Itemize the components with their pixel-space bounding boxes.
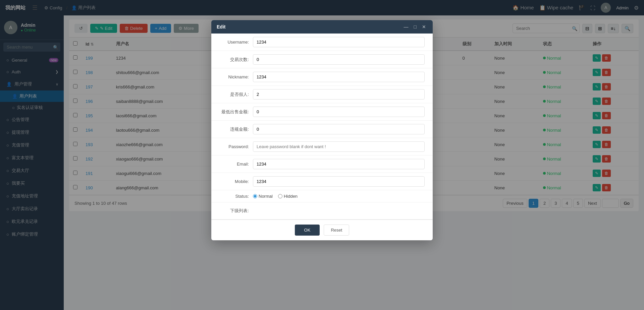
form-row-trade_count: 交易次数:	[211, 51, 433, 68]
form-row-nickname: Nickname:	[211, 68, 433, 86]
form-label-status: Status:	[219, 194, 253, 199]
form-label-username: Username:	[219, 40, 253, 45]
form-input-mobile[interactable]	[253, 176, 425, 187]
form-label-violation: 违规金额:	[219, 126, 253, 132]
modal-controls: — □ ✕	[402, 23, 427, 30]
modal-overlay: Edit — □ ✕ Username: 交易次数: Nickname: 是否假…	[0, 0, 644, 310]
modal-close-btn[interactable]: ✕	[421, 23, 427, 30]
form-input-violation[interactable]	[253, 124, 425, 134]
form-label-trade_count: 交易次数:	[219, 57, 253, 63]
modal-header: Edit — □ ✕	[211, 20, 433, 34]
status-normal-text: Normal	[259, 194, 273, 199]
form-row-email: Email:	[211, 156, 433, 173]
status-normal-radio[interactable]	[253, 194, 257, 198]
form-input-trade_count[interactable]	[253, 54, 425, 65]
form-label-nickname: Nickname:	[219, 74, 253, 79]
modal-reset-btn[interactable]: Reset	[324, 225, 349, 236]
modal-body: Username: 交易次数: Nickname: 是否假人: 最低出售金额: …	[211, 34, 433, 220]
form-input-email[interactable]	[253, 159, 425, 169]
form-row-min_sell: 最低出售金额:	[211, 103, 433, 121]
form-row-violation: 违规金额:	[211, 121, 433, 138]
edit-modal: Edit — □ ✕ Username: 交易次数: Nickname: 是否假…	[211, 20, 433, 240]
form-row-is_fake: 是否假人:	[211, 86, 433, 103]
form-label-mobile: Mobile:	[219, 179, 253, 184]
form-label-is_fake: 是否假人:	[219, 91, 253, 98]
subordinate-content	[253, 206, 425, 216]
modal-ok-btn[interactable]: OK	[295, 225, 320, 236]
status-radio-group: Normal Hidden	[253, 194, 298, 199]
modal-minimize-btn[interactable]: —	[402, 23, 410, 30]
form-row-password: Password:	[211, 138, 433, 156]
form-row-status: Status: Normal Hidden	[211, 190, 433, 202]
form-input-is_fake[interactable]	[253, 89, 425, 100]
modal-footer: OK Reset	[211, 220, 433, 240]
form-label-subordinate: 下级列表:	[219, 208, 253, 214]
status-normal-label[interactable]: Normal	[253, 194, 273, 199]
form-input-min_sell[interactable]	[253, 107, 425, 117]
form-input-username[interactable]	[253, 37, 425, 47]
form-label-min_sell: 最低出售金额:	[219, 109, 253, 115]
form-input-password[interactable]	[253, 141, 425, 152]
status-hidden-text: Hidden	[284, 194, 298, 199]
form-label-password: Password:	[219, 144, 253, 149]
status-hidden-label[interactable]: Hidden	[278, 194, 298, 199]
form-row-subordinate: 下级列表:	[211, 202, 433, 220]
modal-title: Edit	[217, 24, 225, 29]
form-row-username: Username:	[211, 34, 433, 51]
form-row-mobile: Mobile:	[211, 173, 433, 190]
status-hidden-radio[interactable]	[278, 194, 282, 198]
form-input-nickname[interactable]	[253, 72, 425, 82]
modal-maximize-btn[interactable]: □	[413, 23, 418, 30]
form-label-email: Email:	[219, 162, 253, 167]
